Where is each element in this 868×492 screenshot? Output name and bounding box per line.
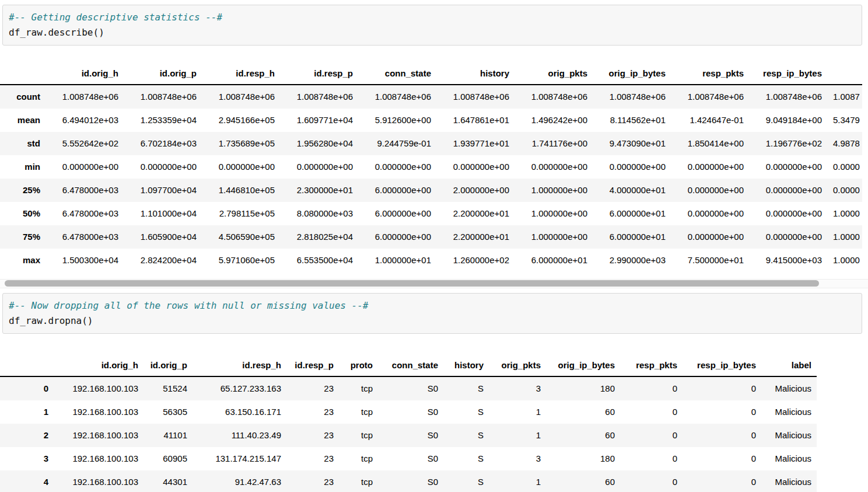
column-header: id.resp_p	[286, 355, 339, 376]
code-statement: df_raw.dropna()	[9, 313, 856, 329]
table-cell: 1.008748e+06	[593, 85, 671, 109]
row-index: 50%	[0, 202, 46, 225]
table-cell: 9.415000e+03	[749, 249, 827, 272]
row-index: 4	[0, 470, 54, 492]
table-cell: 0.000000e+00	[593, 155, 671, 179]
table-cell: 0.000000e+00	[280, 155, 358, 179]
table-cell: 0.000000e+00	[671, 179, 749, 202]
table-cell: 0	[682, 400, 761, 424]
table-cell: 1.008748e+06	[749, 85, 827, 109]
table-cell: tcp	[339, 424, 378, 447]
code-cell-describe[interactable]: #-- Getting descriptive statistics --# d…	[2, 5, 862, 46]
table-cell: tcp	[339, 376, 378, 400]
table-cell: 0.000000e+00	[46, 155, 124, 179]
column-header: id.resp_h	[192, 355, 286, 376]
row-index: std	[0, 132, 46, 155]
table-cell: 1.000000e+00	[514, 202, 593, 225]
table-cell: 6.478000e+03	[46, 202, 124, 225]
table-cell: 5.552642e+02	[46, 132, 124, 155]
row-index: count	[0, 85, 46, 109]
table-cell: 3	[489, 447, 546, 470]
table-cell: Malicious	[761, 400, 817, 424]
table-cell: 1.008748e+06	[436, 85, 514, 109]
table-cell: S0	[378, 400, 443, 424]
table-cell: 192.168.100.103	[54, 376, 144, 400]
table-cell: 1.000000e+00	[514, 225, 593, 249]
table-cell: Malicious	[761, 470, 817, 492]
scrollbar-thumb[interactable]	[5, 280, 819, 287]
table-cell: 4.506590e+05	[202, 225, 280, 249]
table-cell: 23	[286, 470, 339, 492]
table-cell: 60	[546, 424, 620, 447]
table-cell: S	[443, 400, 489, 424]
table-cell: 0.000000e+00	[436, 155, 514, 179]
table-cell: 2.798115e+05	[202, 202, 280, 225]
table-cell: 6.000000e+01	[593, 225, 671, 249]
column-header: resp_pkts	[620, 355, 682, 376]
column-header: id.resp_p	[280, 63, 358, 85]
table-cell: 5.3479	[827, 109, 862, 132]
table-cell: 192.168.100.103	[54, 447, 144, 470]
table-cell: 6.000000e+01	[514, 249, 593, 272]
code-comment: #-- Getting descriptive statistics --#	[9, 10, 856, 25]
table-cell: 1.000000e+00	[514, 179, 593, 202]
table-cell: 2.000000e+00	[436, 179, 514, 202]
table-cell: 1.101000e+04	[124, 202, 202, 225]
column-header: orig_ip_bytes	[546, 355, 620, 376]
table-cell: Malicious	[761, 376, 817, 400]
table-cell: 0.000000e+00	[671, 155, 749, 179]
index-column-header	[0, 63, 46, 85]
table-cell: 5.912600e+00	[358, 109, 436, 132]
table-cell: 1.260000e+02	[436, 249, 514, 272]
table-cell: 6.478000e+03	[46, 225, 124, 249]
table-cell: 44301	[144, 470, 192, 492]
table-cell: 8.080000e+03	[280, 202, 358, 225]
table-cell: 4.9878	[827, 132, 862, 155]
table-row: mean6.494012e+031.253359e+042.945166e+05…	[0, 109, 862, 132]
table-cell: 60905	[144, 447, 192, 470]
header-row: id.orig_hid.orig_pid.resp_hid.resp_pconn…	[0, 63, 862, 85]
table-cell: 1.939771e+01	[436, 132, 514, 155]
column-header: proto	[339, 355, 378, 376]
describe-table: id.orig_hid.orig_pid.resp_hid.resp_pconn…	[0, 63, 862, 272]
table-cell: 60	[546, 470, 620, 492]
table-cell: 9.244759e-01	[358, 132, 436, 155]
table-cell: 0	[620, 470, 682, 492]
column-header: orig_pkts	[489, 355, 546, 376]
table-cell: 0	[682, 447, 761, 470]
table-cell: 23	[286, 447, 339, 470]
table-cell: 8.114562e+01	[593, 109, 671, 132]
column-header: id.resp_h	[202, 63, 280, 85]
code-statement: df_raw.describe()	[9, 25, 856, 40]
code-cell-dropna[interactable]: #-- Now dropping all of the rows with nu…	[2, 293, 862, 334]
table-cell: 0.0000	[827, 179, 862, 202]
table-cell: 1.008748e+06	[124, 85, 202, 109]
table-cell: 0.000000e+00	[749, 225, 827, 249]
table-cell: 0.000000e+00	[358, 155, 436, 179]
table-row: 0192.168.100.1035152465.127.233.16323tcp…	[0, 376, 817, 400]
table-cell: 1.850414e+00	[671, 132, 749, 155]
describe-output-area: id.orig_hid.orig_pid.resp_hid.resp_pconn…	[0, 46, 862, 272]
table-cell: 192.168.100.103	[54, 470, 144, 492]
table-cell: S0	[378, 376, 443, 400]
table-cell: S	[443, 447, 489, 470]
table-cell: 3	[489, 376, 546, 400]
column-header: conn_state	[378, 355, 443, 376]
table-row: min0.000000e+000.000000e+000.000000e+000…	[0, 155, 862, 179]
table-cell: 0.000000e+00	[671, 225, 749, 249]
row-index: 1	[0, 400, 54, 424]
table-cell: 1.446810e+05	[202, 179, 280, 202]
table-cell: 1.000000e+01	[358, 249, 436, 272]
table-cell: 1.0000	[827, 225, 862, 249]
table-cell: 192.168.100.103	[54, 400, 144, 424]
table-cell: 6.000000e+01	[593, 202, 671, 225]
row-index: mean	[0, 109, 46, 132]
table-cell: 63.150.16.171	[192, 400, 286, 424]
column-header: resp_ip_bytes	[749, 63, 827, 85]
header-row: id.orig_hid.orig_pid.resp_hid.resp_pprot…	[0, 355, 817, 376]
horizontal-scrollbar[interactable]	[0, 279, 868, 288]
table-row: count1.008748e+061.008748e+061.008748e+0…	[0, 85, 862, 109]
row-index: 3	[0, 447, 54, 470]
column-header: orig_ip_bytes	[593, 63, 671, 85]
table-cell: 0	[682, 424, 761, 447]
